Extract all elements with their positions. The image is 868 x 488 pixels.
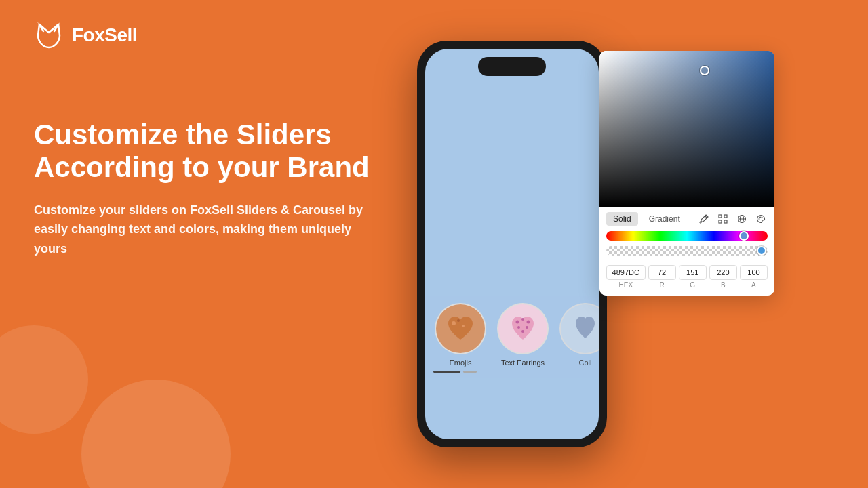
svg-rect-17 xyxy=(719,220,722,223)
alpha-slider[interactable] xyxy=(606,246,768,256)
color-picker-panel: Solid Gradient xyxy=(599,51,774,296)
color-gradient-canvas[interactable] xyxy=(599,51,774,207)
phone-mockup: Emojis xyxy=(417,41,607,447)
brand-name: FoxSell xyxy=(72,24,137,46)
slider-items-row: Emojis xyxy=(425,303,599,367)
svg-point-2 xyxy=(452,321,456,325)
hero-heading: Customize the Sliders According to your … xyxy=(34,119,387,184)
hue-slider-row xyxy=(599,231,774,246)
dot-1 xyxy=(433,371,460,373)
slider-label-coli: Coli xyxy=(579,359,592,367)
svg-rect-15 xyxy=(719,215,722,218)
bg-decoration-circle-2 xyxy=(0,325,88,434)
hero-section: Customize the Sliders According to your … xyxy=(34,119,387,259)
slider-item-coli: Coli xyxy=(558,303,599,367)
svg-point-7 xyxy=(521,318,524,321)
logo-icon xyxy=(34,20,64,50)
slider-img-earrings xyxy=(497,303,549,354)
b-label: B xyxy=(721,281,726,289)
svg-point-9 xyxy=(517,326,520,329)
svg-point-24 xyxy=(762,217,763,218)
slider-item-emojis: Emojis xyxy=(433,303,488,367)
svg-rect-16 xyxy=(724,215,727,218)
r-field: R xyxy=(648,265,676,289)
svg-point-10 xyxy=(526,326,528,329)
hex-input[interactable] xyxy=(606,265,646,280)
slider-label-earrings: Text Earrings xyxy=(501,359,545,367)
hex-label: HEX xyxy=(619,281,633,289)
svg-point-23 xyxy=(760,217,761,218)
palette-icon[interactable] xyxy=(754,212,768,226)
g-input[interactable] xyxy=(679,265,707,280)
hue-thumb[interactable] xyxy=(739,231,749,241)
bg-decoration-circle-1 xyxy=(81,380,231,488)
svg-line-13 xyxy=(705,216,707,218)
r-label: R xyxy=(660,281,665,289)
svg-rect-18 xyxy=(724,220,727,223)
b-field: B xyxy=(709,265,737,289)
alpha-slider-row xyxy=(599,246,774,260)
slider-label-emojis: Emojis xyxy=(449,359,471,367)
svg-point-4 xyxy=(457,319,460,322)
a-label: A xyxy=(751,281,756,289)
rgba-inputs-row: HEX R G B A xyxy=(599,260,774,296)
slider-img-coli xyxy=(559,303,599,354)
slider-img-emojis xyxy=(435,303,486,354)
g-field: G xyxy=(679,265,707,289)
tab-gradient[interactable]: Gradient xyxy=(642,212,687,226)
dot-2 xyxy=(463,371,477,373)
phone-slider-area: Emojis xyxy=(425,296,599,378)
alpha-thumb[interactable] xyxy=(757,246,766,256)
header: FoxSell xyxy=(34,20,137,50)
gradient-dark-overlay xyxy=(599,51,774,207)
color-cursor[interactable] xyxy=(700,66,709,75)
phone-notch xyxy=(478,57,546,76)
hero-subtext: Customize your sliders on FoxSell Slider… xyxy=(34,201,387,259)
grid-icon[interactable] xyxy=(716,212,730,226)
b-input[interactable] xyxy=(709,265,737,280)
svg-point-8 xyxy=(527,321,530,324)
picker-tabs-row: Solid Gradient xyxy=(599,207,774,231)
slider-item-earrings: Text Earrings xyxy=(496,303,550,367)
hex-field: HEX xyxy=(606,265,646,289)
eyedropper-icon[interactable] xyxy=(697,212,711,226)
svg-point-3 xyxy=(462,325,465,327)
svg-point-11 xyxy=(521,330,524,333)
a-input[interactable] xyxy=(740,265,768,280)
r-input[interactable] xyxy=(648,265,676,280)
globe-icon[interactable] xyxy=(735,212,749,226)
phone-frame: Emojis xyxy=(417,41,607,447)
tab-solid[interactable]: Solid xyxy=(606,212,638,226)
picker-tool-icons xyxy=(697,212,768,226)
g-label: G xyxy=(690,281,695,289)
svg-point-22 xyxy=(759,218,760,220)
slider-dots xyxy=(425,367,599,378)
phone-screen: Emojis xyxy=(425,49,599,439)
svg-point-14 xyxy=(700,222,701,223)
svg-point-6 xyxy=(516,321,519,324)
a-field: A xyxy=(740,265,768,289)
hue-slider[interactable] xyxy=(606,231,768,241)
